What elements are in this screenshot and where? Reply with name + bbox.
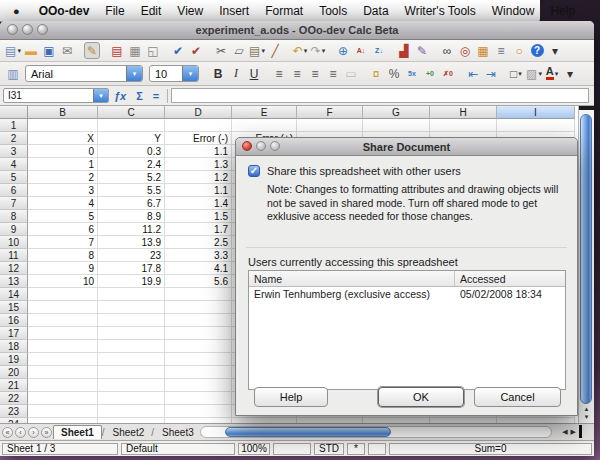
cell-E1[interactable] xyxy=(232,119,297,132)
row-header-13[interactable]: 13 xyxy=(0,275,28,288)
row-header-16[interactable]: 16 xyxy=(0,314,28,327)
row-header-18[interactable]: 18 xyxy=(0,340,28,353)
find-replace-button[interactable]: ∞ xyxy=(439,42,455,59)
row-header-19[interactable]: 19 xyxy=(0,353,28,366)
sheet-tab-sheet3[interactable]: Sheet3 xyxy=(155,426,201,439)
row-header-7[interactable]: 7 xyxy=(0,197,28,210)
cell-D3[interactable]: 1.1 xyxy=(165,145,232,158)
delete-decimal-button[interactable]: ✗0 xyxy=(440,65,456,82)
sum-button[interactable]: Σ xyxy=(131,90,148,102)
cell-B5[interactable]: 2 xyxy=(28,171,98,184)
scroll-down-icon[interactable]: ▼ xyxy=(584,414,590,420)
menu-view[interactable]: View xyxy=(169,4,211,18)
menu-data[interactable]: Data xyxy=(355,4,396,18)
zoom-button[interactable]: ○ xyxy=(511,42,527,59)
column-header-I[interactable]: I xyxy=(497,106,575,119)
menu-insert[interactable]: Insert xyxy=(211,4,257,18)
cell-D22[interactable] xyxy=(165,392,232,405)
column-header-D[interactable]: D xyxy=(165,106,232,119)
window-zoom-button[interactable] xyxy=(37,24,48,35)
row-header-17[interactable]: 17 xyxy=(0,327,28,340)
cell-B12[interactable]: 9 xyxy=(28,262,98,275)
menu-ooo-dev[interactable]: OOo-dev xyxy=(31,4,98,18)
draw-functions-button[interactable]: ✎ xyxy=(414,42,430,59)
window-close-button[interactable] xyxy=(7,24,18,35)
number-format-standard-button[interactable]: 5x xyxy=(404,65,420,82)
row-header-20[interactable]: 20 xyxy=(0,366,28,379)
cell-D2[interactable]: Error (-) xyxy=(165,132,232,145)
selection-mode-indicator[interactable]: STD xyxy=(314,443,344,455)
cell-C3[interactable]: 0.3 xyxy=(98,145,165,158)
align-left-button[interactable]: ≡ xyxy=(271,65,287,82)
toolbar2-overflow-button[interactable]: ▾ xyxy=(562,65,578,82)
column-header-G[interactable]: G xyxy=(363,106,430,119)
user-row[interactable]: Erwin Tenhumberg (exclusive access) 05/0… xyxy=(249,287,565,301)
chevron-down-icon[interactable]: ▾ xyxy=(93,89,108,102)
cell-C22[interactable] xyxy=(98,392,165,405)
cell-D21[interactable] xyxy=(165,379,232,392)
number-format-percent-button[interactable]: % xyxy=(386,65,402,82)
row-header-5[interactable]: 5 xyxy=(0,171,28,184)
zoom-level[interactable]: 100% xyxy=(238,443,270,455)
paste-button[interactable]: ▤▾ xyxy=(249,42,265,59)
cut-button[interactable]: ✂ xyxy=(213,42,229,59)
cell-B3[interactable]: 0 xyxy=(28,145,98,158)
cell-C11[interactable]: 23 xyxy=(98,249,165,262)
cell-G1[interactable] xyxy=(363,119,430,132)
window-titlebar[interactable]: experiment_a.ods - OOo-dev Calc Beta xyxy=(0,21,594,40)
row-header-2[interactable]: 2 xyxy=(0,132,28,145)
background-color-button[interactable]: ▨▾ xyxy=(526,65,542,82)
edit-file-button[interactable]: ✎ xyxy=(84,42,100,59)
row-header-8[interactable]: 8 xyxy=(0,210,28,223)
cell-B22[interactable] xyxy=(28,392,98,405)
merge-cells-button[interactable]: ▭ xyxy=(343,65,359,82)
row-header-12[interactable]: 12 xyxy=(0,262,28,275)
menu-tools[interactable]: Tools xyxy=(311,4,355,18)
users-column-name[interactable]: Name xyxy=(249,271,455,286)
cell-C15[interactable] xyxy=(98,301,165,314)
cell-D8[interactable]: 1.5 xyxy=(165,210,232,223)
cell-D14[interactable] xyxy=(165,288,232,301)
scroll-right-icon[interactable]: ▶ xyxy=(571,428,576,436)
cell-C8[interactable]: 8.9 xyxy=(98,210,165,223)
cell-B13[interactable]: 10 xyxy=(28,275,98,288)
dialog-close-button[interactable] xyxy=(242,141,252,151)
redo-button[interactable]: ↷▾ xyxy=(310,42,326,59)
open-document-button[interactable]: ▬ xyxy=(23,42,39,59)
menu-file[interactable]: File xyxy=(97,4,132,18)
column-header-E[interactable]: E xyxy=(232,106,297,119)
cell-B18[interactable] xyxy=(28,340,98,353)
bold-button[interactable]: B xyxy=(210,65,226,82)
spellcheck-button[interactable]: ✔ xyxy=(170,42,186,59)
cell-B8[interactable]: 5 xyxy=(28,210,98,223)
page-style-indicator[interactable]: Default xyxy=(121,443,235,455)
styles-window-button[interactable]: ▥ xyxy=(5,65,21,82)
cell-D9[interactable]: 1.7 xyxy=(165,223,232,236)
apple-menu-icon[interactable]: ● xyxy=(0,5,31,17)
increase-indent-button[interactable]: ⇥ xyxy=(483,65,499,82)
cell-C6[interactable]: 5.5 xyxy=(98,184,165,197)
cell-C23[interactable] xyxy=(98,405,165,418)
cell-D12[interactable]: 4.1 xyxy=(165,262,232,275)
cell-D23[interactable] xyxy=(165,405,232,418)
cell-D11[interactable]: 3.3 xyxy=(165,249,232,262)
cell-C12[interactable]: 17.8 xyxy=(98,262,165,275)
tab-first-button[interactable]: « xyxy=(2,427,13,438)
data-sources-button[interactable]: ≡ xyxy=(493,42,509,59)
help-button[interactable]: Help xyxy=(254,387,328,407)
cell-B15[interactable] xyxy=(28,301,98,314)
formula-input-line[interactable] xyxy=(171,88,589,103)
add-decimal-button[interactable]: +0 xyxy=(422,65,438,82)
column-header-H[interactable]: H xyxy=(430,106,497,119)
tab-previous-button[interactable]: ‹ xyxy=(15,427,26,438)
cell-C9[interactable]: 11.2 xyxy=(98,223,165,236)
sort-descending-button[interactable]: Z↓ xyxy=(371,42,387,59)
font-color-button[interactable]: A▾ xyxy=(544,65,560,82)
cell-D4[interactable]: 1.3 xyxy=(165,158,232,171)
sheet-indicator[interactable]: Sheet 1 / 3 xyxy=(2,443,118,455)
underline-button[interactable]: U xyxy=(246,65,262,82)
number-format-currency-button[interactable]: ¤ xyxy=(368,65,384,82)
cell-C7[interactable]: 6.7 xyxy=(98,197,165,210)
function-wizard-button[interactable]: ƒx xyxy=(109,90,131,102)
cell-D19[interactable] xyxy=(165,353,232,366)
